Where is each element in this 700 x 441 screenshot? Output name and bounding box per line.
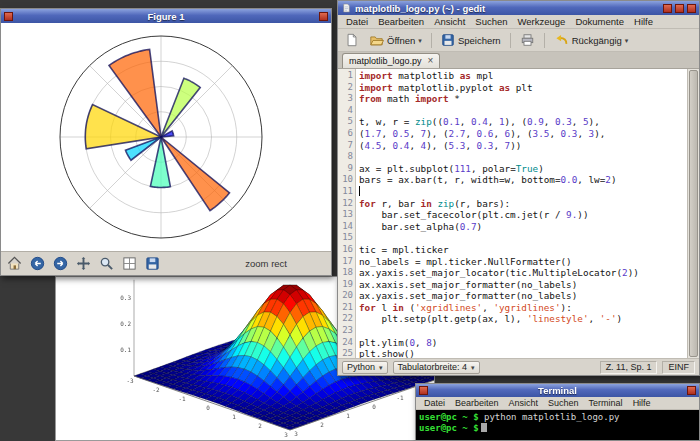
- gedit-menu-datei[interactable]: Datei: [341, 15, 373, 28]
- code-line[interactable]: tic = mpl.ticker: [359, 244, 687, 256]
- code-line[interactable]: from math import *: [359, 93, 687, 105]
- undo-button[interactable]: Rückgängig ▾: [550, 31, 633, 49]
- code-line[interactable]: ax.xaxis.set_major_formatter(no_labels): [359, 279, 687, 291]
- new-document-button[interactable]: [341, 31, 363, 49]
- scrollbar-thumb[interactable]: [689, 70, 698, 357]
- chevron-down-icon[interactable]: ▾: [418, 37, 422, 44]
- polar-chart[interactable]: [1, 23, 331, 251]
- zoom-icon[interactable]: [97, 255, 115, 273]
- code-line[interactable]: plt.show(): [359, 348, 687, 358]
- code-line[interactable]: bars = ax.bar(t, r, width=w, bottom=0.0,…: [359, 174, 687, 186]
- code-line[interactable]: [359, 105, 687, 117]
- code-line[interactable]: [359, 151, 687, 163]
- code-line[interactable]: ax = plt.subplot(111, polar=True): [359, 163, 687, 175]
- code-line[interactable]: plt.setp(plt.getp(ax, l), 'linestyle', '…: [359, 313, 687, 325]
- gedit-title: matplotlib_logo.py (~) - gedit: [355, 3, 660, 14]
- code-line[interactable]: t, w, r = zip((0.1, 0.4, 1), (0.9, 0.3, …: [359, 116, 687, 128]
- forward-icon[interactable]: [51, 255, 69, 273]
- cursor-position-label: Z. 11, Sp. 1: [600, 361, 658, 374]
- language-label: Python: [347, 362, 375, 372]
- window-menu-button[interactable]: [419, 386, 428, 395]
- code-line[interactable]: import matplotlib.pyplot as plt: [359, 82, 687, 94]
- line-number: 9: [338, 163, 353, 175]
- line-number: 12: [338, 198, 353, 210]
- code-line[interactable]: for l in ('xgridlines', 'ygridlines'):: [359, 302, 687, 314]
- terminal-screen[interactable]: user@pc ~ $ python matplotlib_logo.pyuse…: [416, 410, 699, 440]
- chevron-down-icon[interactable]: ▾: [625, 37, 629, 44]
- maximize-button[interactable]: [675, 4, 684, 13]
- terminal-menu-hilfe[interactable]: Hilfe: [628, 397, 656, 409]
- code-line[interactable]: [359, 186, 687, 198]
- code-line[interactable]: (1.7, 0.5, 7), (2.7, 0.6, 6), (3.5, 0.3,…: [359, 128, 687, 140]
- terminal-menu-bearbeiten[interactable]: Bearbeiten: [450, 397, 504, 409]
- terminal-menu-ansicht[interactable]: Ansicht: [504, 397, 544, 409]
- gedit-menu-suchen[interactable]: Suchen: [470, 15, 512, 28]
- gedit-menu-werkzeuge[interactable]: Werkzeuge: [513, 15, 571, 28]
- gedit-titlebar[interactable]: matplotlib_logo.py (~) - gedit: [338, 1, 699, 15]
- line-number: 4: [338, 105, 353, 117]
- vertical-scrollbar[interactable]: [687, 69, 699, 358]
- back-icon[interactable]: [28, 255, 46, 273]
- save-button[interactable]: Speichern: [437, 31, 505, 49]
- code-line[interactable]: ax.yaxis.set_major_formatter(no_labels): [359, 290, 687, 302]
- gedit-tab-bar: matplotlib_logo.py ×: [338, 52, 699, 69]
- code-line[interactable]: no_labels = mpl.ticker.NullFormatter(): [359, 256, 687, 268]
- line-number: 24: [338, 337, 353, 349]
- figure-1-title: Figure 1: [16, 11, 316, 22]
- toolbar-separator: [431, 33, 432, 48]
- code-line[interactable]: plt.ylim(0, 8): [359, 337, 687, 349]
- terminal-line: user@pc ~ $: [419, 423, 696, 434]
- line-number: 15: [338, 232, 353, 244]
- open-button-label: Öffnen: [387, 35, 415, 46]
- line-number: 10: [338, 174, 353, 186]
- code-line[interactable]: [359, 325, 687, 337]
- code-line[interactable]: bar.set_facecolor(plt.cm.jet(r / 9.)): [359, 209, 687, 221]
- code-line[interactable]: bar.set_alpha(0.7): [359, 221, 687, 233]
- gedit-menu-hilfe[interactable]: Hilfe: [629, 15, 658, 28]
- subplots-icon[interactable]: [120, 255, 138, 273]
- home-icon[interactable]: [5, 255, 23, 273]
- code-line[interactable]: ax.yaxis.set_major_locator(tic.MultipleL…: [359, 267, 687, 279]
- gedit-code[interactable]: import matplotlib as mplimport matplotli…: [356, 69, 687, 358]
- terminal-menu-suchen[interactable]: Suchen: [543, 397, 584, 409]
- save-icon[interactable]: [143, 255, 161, 273]
- tab-matplotlib-logo[interactable]: matplotlib_logo.py ×: [342, 53, 440, 68]
- line-number: 20: [338, 290, 353, 302]
- gedit-menu-dokumente[interactable]: Dokumente: [570, 15, 629, 28]
- tab-close-icon[interactable]: ×: [428, 56, 434, 66]
- line-number: 7: [338, 140, 353, 152]
- line-number: 18: [338, 267, 353, 279]
- terminal-menu-datei[interactable]: Datei: [419, 397, 450, 409]
- pan-icon[interactable]: [74, 255, 92, 273]
- figure-1-titlebar[interactable]: Figure 1: [1, 9, 331, 23]
- gedit-statusbar: Python ▾ Tabulatorbreite: 4 ▾ Z. 11, Sp.…: [338, 358, 699, 375]
- print-button[interactable]: [516, 31, 539, 49]
- terminal-menubar: DateiBearbeitenAnsichtSuchenTerminalHilf…: [416, 397, 699, 410]
- close-button[interactable]: [687, 4, 696, 13]
- line-number: 11: [338, 186, 353, 198]
- line-number: 25: [338, 348, 353, 358]
- gedit-menu-ansicht[interactable]: Ansicht: [429, 15, 470, 28]
- insert-mode-label: EINF: [662, 361, 695, 374]
- terminal-menu-terminal[interactable]: Terminal: [584, 397, 628, 409]
- open-button[interactable]: Öffnen ▾: [365, 31, 426, 49]
- close-button[interactable]: [319, 12, 328, 21]
- code-line[interactable]: [359, 232, 687, 244]
- terminal-title: Terminal: [431, 385, 684, 396]
- code-line[interactable]: import matplotlib as mpl: [359, 70, 687, 82]
- mpl-toolbar: zoom rect: [1, 251, 331, 275]
- code-line[interactable]: (4.5, 0.4, 4), (5.3, 0.3, 7)): [359, 140, 687, 152]
- gedit-menu-bearbeiten[interactable]: Bearbeiten: [373, 15, 429, 28]
- terminal-titlebar[interactable]: Terminal: [416, 384, 699, 397]
- toolbar-mode-label: zoom rect: [245, 258, 287, 269]
- minimize-button[interactable]: [663, 4, 672, 13]
- window-menu-button[interactable]: [4, 12, 13, 21]
- tab-width-selector[interactable]: Tabulatorbreite: 4 ▾: [393, 361, 480, 374]
- chevron-down-icon: ▾: [471, 364, 475, 371]
- chevron-down-icon: ▾: [379, 364, 383, 371]
- line-number: 13: [338, 209, 353, 221]
- language-selector[interactable]: Python ▾: [342, 361, 388, 374]
- close-button[interactable]: [687, 386, 696, 395]
- code-line[interactable]: for r, bar in zip(r, bars):: [359, 198, 687, 210]
- terminal-line: user@pc ~ $ python matplotlib_logo.py: [419, 412, 696, 423]
